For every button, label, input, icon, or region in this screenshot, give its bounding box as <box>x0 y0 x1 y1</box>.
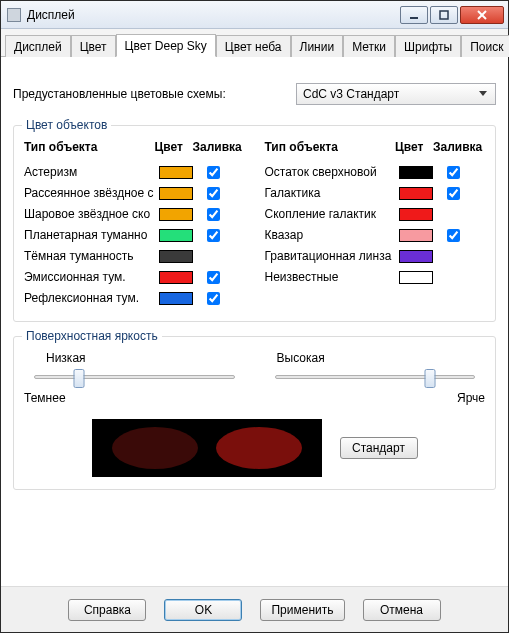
cancel-button[interactable]: Отмена <box>363 599 441 621</box>
sb-brighter-label: Ярче <box>457 391 485 405</box>
fill-cell <box>201 229 245 242</box>
slider-low[interactable] <box>34 369 235 379</box>
color-swatch[interactable] <box>399 250 433 263</box>
brightness-preview <box>92 419 322 477</box>
close-button[interactable] <box>460 6 504 24</box>
app-icon <box>7 8 21 22</box>
fill-checkbox[interactable] <box>207 187 220 200</box>
color-swatch[interactable] <box>159 166 193 179</box>
standard-button[interactable]: Стандарт <box>340 437 418 459</box>
chevron-down-icon <box>475 86 491 102</box>
preset-combo[interactable]: CdC v3 Стандарт <box>296 83 496 105</box>
svg-rect-1 <box>440 11 448 19</box>
column-header: Тип объекта Цвет Заливка <box>24 140 245 154</box>
preview-ellipse-dark <box>112 427 198 469</box>
object-name: Неизвестные <box>265 270 400 284</box>
object-name: Скопление галактик <box>265 207 400 221</box>
object-row: Квазар <box>265 225 486 245</box>
tab-7[interactable]: Поиск <box>461 35 509 57</box>
fill-checkbox[interactable] <box>207 271 220 284</box>
object-row: Рефлексионная тум. <box>24 288 245 308</box>
object-name: Шаровое звёздное ско <box>24 207 159 221</box>
fill-checkbox[interactable] <box>207 166 220 179</box>
sb-high-label: Высокая <box>255 351 486 365</box>
color-swatch[interactable] <box>159 271 193 284</box>
tab-0[interactable]: Дисплей <box>5 35 71 57</box>
titlebar: Дисплей <box>1 1 508 29</box>
object-row: Астеризм <box>24 162 245 182</box>
sb-low-label: Низкая <box>24 351 255 365</box>
header-fill: Заливка <box>433 140 485 154</box>
color-swatch[interactable] <box>399 271 433 284</box>
fill-checkbox[interactable] <box>207 292 220 305</box>
object-name: Квазар <box>265 228 400 242</box>
object-row: Эмиссионная тум. <box>24 267 245 287</box>
fill-cell <box>201 292 245 305</box>
color-swatch[interactable] <box>159 208 193 221</box>
fill-checkbox[interactable] <box>447 229 460 242</box>
object-row: Галактика <box>265 183 486 203</box>
fill-checkbox[interactable] <box>207 229 220 242</box>
maximize-button[interactable] <box>430 6 458 24</box>
preview-ellipse-bright <box>216 427 302 469</box>
tab-5[interactable]: Метки <box>343 35 395 57</box>
object-row: Планетарная туманно <box>24 225 245 245</box>
tab-6[interactable]: Шрифты <box>395 35 461 57</box>
fill-cell <box>201 208 245 221</box>
slider-high[interactable] <box>275 369 476 379</box>
object-row: Тёмная туманность <box>24 246 245 266</box>
object-row: Шаровое звёздное ско <box>24 204 245 224</box>
group-object-colors: Цвет объектов Тип объекта Цвет Заливка А… <box>13 125 496 322</box>
help-button[interactable]: Справка <box>68 599 146 621</box>
color-swatch[interactable] <box>399 187 433 200</box>
color-swatch[interactable] <box>159 187 193 200</box>
object-row: Гравитационная линза <box>265 246 486 266</box>
window: Дисплей ДисплейЦветЦвет Deep SkyЦвет неб… <box>0 0 509 633</box>
color-swatch[interactable] <box>399 229 433 242</box>
object-row: Неизвестные <box>265 267 486 287</box>
apply-button[interactable]: Применить <box>260 599 344 621</box>
group-surface-brightness: Поверхностная яркость Низкая Высокая Тем… <box>13 336 496 490</box>
object-name: Тёмная туманность <box>24 249 159 263</box>
object-name: Гравитационная линза <box>265 249 400 263</box>
object-name: Остаток сверхновой <box>265 165 400 179</box>
minimize-button[interactable] <box>400 6 428 24</box>
tab-2[interactable]: Цвет Deep Sky <box>116 34 216 57</box>
preset-label: Предустановленные цветовые схемы: <box>13 87 296 101</box>
object-name: Галактика <box>265 186 400 200</box>
object-name: Астеризм <box>24 165 159 179</box>
preset-value: CdC v3 Стандарт <box>303 87 475 101</box>
slider-thumb[interactable] <box>425 369 436 388</box>
dialog-footer: Справка OK Применить Отмена <box>1 586 508 632</box>
header-type: Тип объекта <box>265 140 396 154</box>
fill-cell <box>201 187 245 200</box>
fill-checkbox[interactable] <box>447 187 460 200</box>
group-object-colors-title: Цвет объектов <box>22 118 111 132</box>
color-swatch[interactable] <box>399 208 433 221</box>
object-row: Рассеянное звёздное с <box>24 183 245 203</box>
header-color: Цвет <box>395 140 433 154</box>
header-type: Тип объекта <box>24 140 155 154</box>
header-fill: Заливка <box>193 140 245 154</box>
tab-1[interactable]: Цвет <box>71 35 116 57</box>
svg-marker-6 <box>479 91 487 96</box>
sb-darker-label: Темнее <box>24 391 457 405</box>
fill-checkbox[interactable] <box>447 166 460 179</box>
object-name: Эмиссионная тум. <box>24 270 159 284</box>
tab-4[interactable]: Линии <box>291 35 344 57</box>
color-swatch[interactable] <box>159 250 193 263</box>
color-swatch[interactable] <box>159 229 193 242</box>
window-title: Дисплей <box>27 8 398 22</box>
object-name: Рефлексионная тум. <box>24 291 159 305</box>
ok-button[interactable]: OK <box>164 599 242 621</box>
column-header: Тип объекта Цвет Заливка <box>265 140 486 154</box>
color-swatch[interactable] <box>399 166 433 179</box>
slider-thumb[interactable] <box>73 369 84 388</box>
fill-cell <box>441 166 485 179</box>
color-swatch[interactable] <box>159 292 193 305</box>
tab-3[interactable]: Цвет неба <box>216 35 291 57</box>
fill-checkbox[interactable] <box>207 208 220 221</box>
object-row: Остаток сверхновой <box>265 162 486 182</box>
object-name: Рассеянное звёздное с <box>24 186 159 200</box>
fill-cell <box>201 166 245 179</box>
